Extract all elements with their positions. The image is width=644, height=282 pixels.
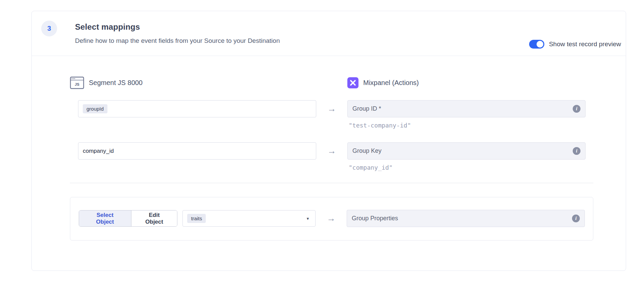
test-record-toggle-group: Show test record preview <box>529 40 621 49</box>
destination-cell: Group Properties i <box>347 210 585 227</box>
destination-cell: Group ID * i "test-company-id" <box>347 100 586 129</box>
svg-text:JS: JS <box>75 82 79 86</box>
card-header: 3 Select mappings Define how to map the … <box>32 11 626 56</box>
destination-cell: Group Key i "company_id" <box>347 142 586 171</box>
object-dropdown[interactable]: traits ▼ <box>182 210 316 227</box>
source-name: Segment JS 8000 <box>89 79 143 87</box>
source-field-input-group-key[interactable]: company_id <box>78 142 316 160</box>
destination-field-label: Group Key <box>352 147 381 154</box>
endpoints-row: JS Segment JS 8000 Mixpanel (Actions) <box>70 77 593 89</box>
show-test-record-toggle[interactable] <box>529 40 544 49</box>
edit-object-button[interactable]: Edit Object <box>131 210 177 226</box>
object-mode-segmented-control: Select Object Edit Object <box>79 210 177 227</box>
mapping-arrow-icon: → <box>316 100 347 117</box>
object-dropdown-token: traits <box>187 214 206 223</box>
section-divider <box>70 183 593 183</box>
info-icon[interactable]: i <box>573 147 580 155</box>
page-title: Select mappings <box>75 22 621 32</box>
mapping-row-group-key: company_id → Group Key i "company_id" <box>70 142 593 171</box>
object-controls: Select Object Edit Object traits ▼ <box>79 210 316 227</box>
destination-field-label: Group Properties <box>352 215 398 222</box>
mapping-arrow-icon: → <box>316 142 347 160</box>
test-record-preview-value: "test-company-id" <box>349 122 586 129</box>
source-cell: groupId <box>70 100 316 117</box>
mapping-row-group-id: groupId → Group ID * i "test-company-id" <box>70 100 593 129</box>
destination-field-group-key[interactable]: Group Key i <box>347 142 586 160</box>
destination-name: Mixpanel (Actions) <box>363 79 419 87</box>
step-number: 3 <box>47 25 51 32</box>
select-mappings-card: 3 Select mappings Define how to map the … <box>31 11 626 271</box>
info-icon[interactable]: i <box>573 105 580 113</box>
mapping-arrow-icon: → <box>316 210 347 227</box>
toggle-label: Show test record preview <box>549 40 621 48</box>
object-mapping-box: Select Object Edit Object traits ▼ → Gro… <box>70 197 593 241</box>
select-object-button[interactable]: Select Object <box>79 210 131 226</box>
chevron-down-icon: ▼ <box>306 217 310 221</box>
source-field-input-group-id[interactable]: groupId <box>78 100 316 117</box>
destination-field-group-properties[interactable]: Group Properties i <box>347 210 585 227</box>
field-token[interactable]: groupId <box>83 104 107 113</box>
info-icon[interactable]: i <box>572 215 580 222</box>
source-endpoint: JS Segment JS 8000 <box>70 77 316 89</box>
test-record-preview-value: "company_id" <box>349 164 586 171</box>
step-number-badge: 3 <box>41 21 57 36</box>
destination-field-group-id[interactable]: Group ID * i <box>347 100 586 117</box>
source-field-value: company_id <box>83 148 114 154</box>
toggle-knob <box>537 41 543 48</box>
mappings-body: JS Segment JS 8000 Mixpanel (Actions) gr… <box>32 77 626 241</box>
destination-field-label: Group ID * <box>352 105 381 112</box>
browser-js-icon: JS <box>70 77 84 89</box>
mixpanel-icon <box>347 77 358 88</box>
source-cell: company_id <box>70 142 316 160</box>
destination-endpoint: Mixpanel (Actions) <box>347 77 586 88</box>
